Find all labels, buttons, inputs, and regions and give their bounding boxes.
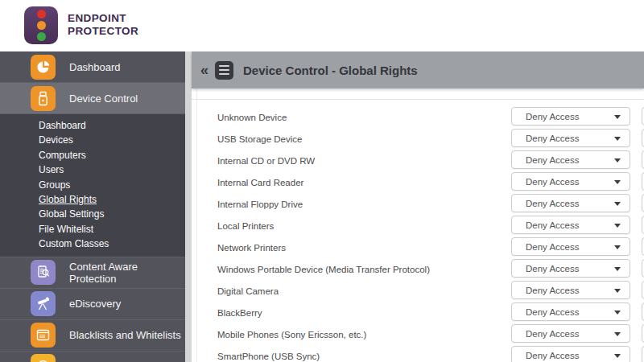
submenu-item-computers[interactable]: Computers: [39, 148, 185, 162]
list-menu-icon[interactable]: [215, 61, 233, 80]
table-row: Local Printers Deny Access: [192, 215, 644, 237]
device-name: Internal CD or DVD RW: [217, 156, 315, 166]
table-row: Unknown Device Deny Access: [192, 106, 644, 128]
device-name: Internal Card Reader: [217, 178, 303, 187]
device-name: Network Printers: [217, 243, 286, 253]
access-dropdown-value: Deny Access: [526, 134, 579, 143]
device-name: SmartPhone (USB Sync): [217, 352, 320, 361]
access-dropdown-value: Deny Access: [526, 264, 579, 274]
chevron-down-icon: [614, 354, 621, 358]
device-name: Unknown Device: [217, 113, 287, 122]
access-dropdown-value: Deny Access: [526, 351, 579, 360]
table-row: Digital Camera Deny Access: [192, 280, 644, 302]
access-dropdown[interactable]: Deny Access: [511, 259, 630, 278]
traffic-red-dot-icon: [37, 10, 46, 19]
sidebar-item-device-control[interactable]: Device Control: [0, 83, 185, 114]
access-dropdown[interactable]: Deny Access: [511, 324, 630, 343]
brand-line1: ENDPOINT: [68, 12, 138, 25]
submenu-item-users[interactable]: Users: [39, 162, 185, 177]
access-dropdown[interactable]: Deny Access: [511, 150, 630, 169]
table-row: Internal CD or DVD RW Deny Access: [192, 150, 644, 171]
access-dropdown[interactable]: Deny Access: [511, 237, 630, 256]
submenu-item-global-rights[interactable]: Global Rights: [39, 192, 185, 207]
device-name: BlackBerry: [217, 308, 262, 318]
submenu-item-dashboard[interactable]: Dashboard: [39, 118, 185, 133]
sidebar-item-ediscovery[interactable]: eDiscovery: [0, 289, 185, 320]
top-bar: ENDPOINT PROTECTOR: [0, 0, 644, 51]
sidebar-item-label: Device Control: [69, 93, 138, 105]
chevron-down-icon: [614, 115, 621, 119]
brand-name: ENDPOINT PROTECTOR: [68, 12, 138, 38]
submenu-item-devices[interactable]: Devices: [39, 133, 185, 147]
table-row: Windows Portable Device (Media Transfer …: [192, 258, 644, 280]
table-row: USB Storage Device Deny Access: [192, 128, 644, 150]
pie-chart-icon: [31, 55, 56, 80]
chevron-down-icon: [614, 267, 621, 271]
submenu-item-file-whitelist[interactable]: File Whitelist: [39, 222, 185, 237]
page-title: Device Control - Global Rights: [243, 64, 418, 77]
sidebar-item-enforced-encryption[interactable]: Enforced Encryption: [0, 352, 185, 362]
device-name: Digital Camera: [217, 286, 279, 296]
traffic-orange-dot-icon: [37, 21, 46, 30]
access-dropdown[interactable]: Deny Access: [511, 216, 630, 234]
sidebar-gutter: [185, 51, 192, 362]
sidebar-item-label: eDiscovery: [69, 298, 121, 310]
access-dropdown[interactable]: Deny Access: [511, 129, 630, 147]
table-row: Mobile Phones (Sony Ericsson, etc.) Deny…: [192, 323, 644, 345]
panel-top-divider: [192, 99, 644, 100]
document-scan-icon: [31, 260, 56, 285]
traffic-green-dot-icon: [37, 32, 46, 41]
device-name: Mobile Phones (Sony Ericsson, etc.): [217, 330, 366, 339]
sidebar-item-label: Content Aware Protection: [69, 261, 185, 285]
device-name: USB Storage Device: [217, 134, 302, 144]
access-dropdown[interactable]: Deny Access: [511, 172, 630, 191]
sidebar-item-blacklists-whitelists[interactable]: Blacklists and Whitelists: [0, 320, 185, 352]
access-dropdown[interactable]: Deny Access: [511, 302, 630, 321]
access-dropdown-value: Deny Access: [526, 199, 579, 208]
sidebar-item-label: Dashboard: [69, 61, 121, 73]
access-dropdown-value: Deny Access: [526, 307, 579, 317]
chevron-down-icon: [614, 245, 621, 249]
access-dropdown[interactable]: Deny Access: [511, 281, 630, 299]
access-dropdown-value: Deny Access: [526, 112, 579, 121]
disc-lock-icon: [31, 354, 56, 362]
list-window-icon: [31, 323, 56, 348]
global-rights-panel: Unknown Device Deny Access USB Storage D…: [192, 88, 644, 362]
submenu-item-custom-classes[interactable]: Custom Classes: [39, 237, 185, 251]
table-row: Internal Card Reader Deny Access: [192, 171, 644, 193]
table-row: BlackBerry Deny Access: [192, 302, 644, 323]
chevron-down-icon: [614, 224, 621, 228]
table-row: SmartPhone (USB Sync) Deny Access: [192, 345, 644, 362]
brand-line2: PROTECTOR: [68, 25, 138, 38]
usb-drive-icon: [31, 86, 56, 111]
device-name: Windows Portable Device (Media Transfer …: [217, 265, 430, 274]
traffic-light-logo-icon: [24, 6, 58, 44]
sidebar-nav: Dashboard Device Control Dashboard Devic…: [0, 51, 185, 362]
access-dropdown-value: Deny Access: [526, 155, 579, 165]
chevron-down-icon: [614, 311, 621, 315]
device-rights-list: Unknown Device Deny Access USB Storage D…: [192, 106, 644, 362]
access-dropdown[interactable]: Deny Access: [511, 194, 630, 212]
telescope-icon: [31, 291, 56, 316]
access-dropdown-value: Deny Access: [526, 242, 579, 252]
device-name: Internal Floppy Drive: [217, 200, 303, 209]
sidebar-item-label: Blacklists and Whitelists: [69, 329, 181, 341]
chevron-down-icon: [614, 137, 621, 141]
submenu-item-groups[interactable]: Groups: [39, 178, 185, 192]
chevron-down-icon: [614, 180, 621, 184]
access-dropdown[interactable]: Deny Access: [511, 107, 630, 125]
device-control-submenu: Dashboard Devices Computers Users Groups…: [0, 114, 185, 257]
access-dropdown-value: Deny Access: [526, 329, 579, 339]
chevron-down-icon: [614, 202, 621, 206]
submenu-item-global-settings[interactable]: Global Settings: [39, 207, 185, 221]
sidebar-item-dashboard[interactable]: Dashboard: [0, 51, 185, 83]
table-row: Internal Floppy Drive Deny Access: [192, 193, 644, 215]
chevron-down-icon: [614, 332, 621, 336]
sidebar-item-content-aware-protection[interactable]: Content Aware Protection: [0, 257, 185, 289]
collapse-sidebar-button[interactable]: «: [200, 63, 208, 77]
chevron-down-icon: [614, 289, 621, 293]
access-dropdown-value: Deny Access: [526, 177, 579, 187]
access-dropdown[interactable]: Deny Access: [511, 346, 630, 362]
table-row: Network Printers Deny Access: [192, 237, 644, 258]
access-dropdown-value: Deny Access: [526, 220, 579, 230]
